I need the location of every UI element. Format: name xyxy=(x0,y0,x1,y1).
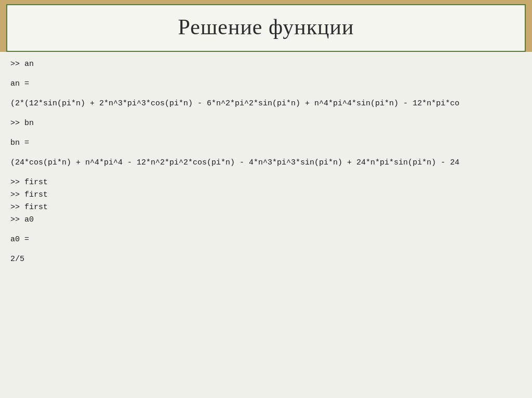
code-output-line: (2*(12*sin(pi*n) + 2*n^3*pi^3*cos(pi*n) … xyxy=(10,98,522,110)
code-prompt-line: >> bn xyxy=(10,117,522,130)
code-empty-line xyxy=(10,149,522,157)
code-output-line: 2/5 xyxy=(10,253,522,266)
code-empty-line xyxy=(10,71,522,78)
code-output-line: a0 = xyxy=(10,234,522,246)
code-block: >> an an = (2*(12*sin(pi*n) + 2*n^3*pi^3… xyxy=(10,58,522,266)
code-empty-line xyxy=(10,226,522,234)
slide-content: >> an an = (2*(12*sin(pi*n) + 2*n^3*pi^3… xyxy=(0,52,532,398)
code-empty-line xyxy=(10,90,522,98)
code-output-line: (24*cos(pi*n) + n^4*pi^4 - 12*n^2*pi^2*c… xyxy=(10,157,522,169)
code-empty-line xyxy=(10,169,522,176)
code-prompt-line: >> first xyxy=(10,189,522,201)
code-prompt-line: >> a0 xyxy=(10,214,522,226)
code-prompt-line: >> first xyxy=(10,201,522,214)
code-output-line: an = xyxy=(10,78,522,90)
code-prompt-line: >> first xyxy=(10,176,522,189)
slide-title: Решение функции xyxy=(178,15,354,39)
code-prompt-line: >> an xyxy=(10,58,522,71)
code-empty-line xyxy=(10,246,522,253)
code-empty-line xyxy=(10,110,522,117)
slide-container: Решение функции >> an an = (2*(12*sin(pi… xyxy=(0,0,532,398)
code-output-line: bn = xyxy=(10,137,522,149)
slide-header: Решение функции xyxy=(6,4,526,52)
code-empty-line xyxy=(10,130,522,137)
